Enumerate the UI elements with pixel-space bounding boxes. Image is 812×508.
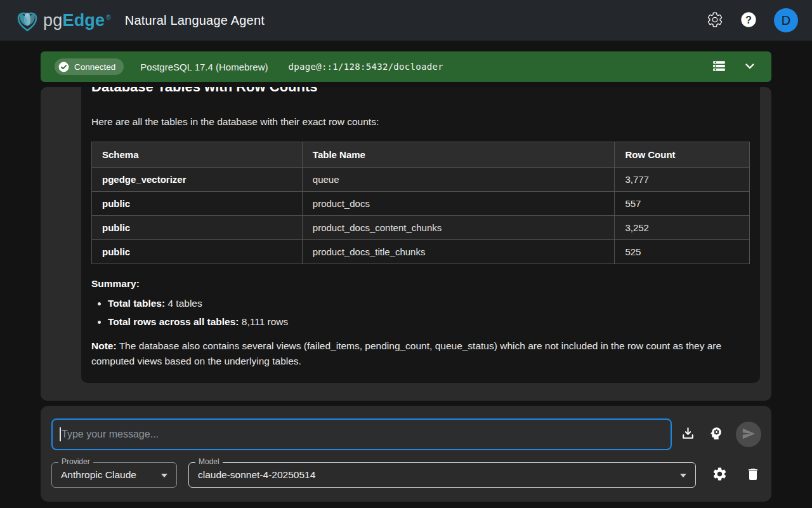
- schema-cell: public: [92, 192, 303, 216]
- row-count-cell: 557: [615, 192, 750, 216]
- gear-icon: [712, 466, 728, 484]
- table-name-cell: product_docs_content_chunks: [302, 216, 615, 240]
- app-header: pgEdge® Natural Language Agent ? D: [0, 0, 812, 41]
- schema-cell: public: [92, 216, 303, 240]
- provider-select-label: Provider: [58, 457, 93, 466]
- summary-list: Total tables: 4 tables Total rows across…: [96, 297, 750, 328]
- help-button[interactable]: ?: [740, 11, 757, 30]
- table-header-row: Schema Table Name Row Count: [92, 142, 750, 168]
- model-select[interactable]: Model claude-sonnet-4-20250514: [188, 462, 696, 488]
- help-icon: ?: [740, 11, 757, 30]
- row-count-cell: 3,777: [615, 168, 750, 192]
- check-circle-icon: [58, 61, 70, 73]
- row-count-cell: 525: [615, 240, 750, 264]
- db-tables-table: Schema Table Name Row Count pgedge_vecto…: [91, 142, 750, 264]
- schema-cell: public: [92, 240, 303, 264]
- row-count-cell: 3,252: [615, 216, 750, 240]
- connection-string: dpage@::1/128:5432/docloader: [289, 62, 443, 72]
- column-header-schema: Schema: [92, 142, 303, 168]
- insights-button[interactable]: [708, 425, 724, 443]
- page-title: Natural Language Agent: [125, 13, 265, 28]
- message-intro: Here are all the tables in the database …: [91, 115, 750, 129]
- assistant-message: Database Tables with Row Counts Here are…: [81, 87, 760, 383]
- clear-chat-button[interactable]: [745, 467, 761, 484]
- server-version-label: PostgreSQL 17.4 (Homebrew): [140, 62, 268, 72]
- message-heading: Database Tables with Row Counts: [91, 87, 750, 96]
- table-row: public product_docs 557: [92, 192, 750, 216]
- pgedge-logo-text: pgEdge®: [43, 11, 111, 30]
- send-icon: [742, 427, 756, 443]
- table-row: public product_docs_content_chunks 3,252: [92, 216, 750, 240]
- provider-select[interactable]: Provider Anthropic Claude: [51, 462, 177, 488]
- settings-button[interactable]: [707, 11, 723, 30]
- dropdown-arrow-icon: [161, 474, 167, 478]
- download-button[interactable]: [680, 425, 696, 443]
- list-item: Total rows across all tables: 8,111 rows: [108, 316, 750, 328]
- table-name-cell: queue: [302, 168, 615, 192]
- server-list-icon: [711, 58, 727, 76]
- connection-banner[interactable]: Connected PostgreSQL 17.4 (Homebrew) dpa…: [41, 51, 771, 82]
- table-row: pgedge_vectorizer queue 3,777: [92, 168, 750, 192]
- user-avatar[interactable]: D: [774, 8, 798, 32]
- message-note: Note: The database also contains several…: [91, 338, 750, 369]
- chevron-down-icon: [742, 58, 757, 76]
- table-row: public product_docs_title_chunks 525: [92, 240, 750, 264]
- svg-text:?: ?: [745, 14, 752, 25]
- table-name-cell: product_docs: [302, 192, 615, 216]
- summary-heading: Summary:: [91, 278, 750, 290]
- model-settings-button[interactable]: [712, 466, 728, 484]
- chat-scroll-area[interactable]: Database Tables with Row Counts Here are…: [41, 87, 771, 401]
- download-icon: [680, 425, 696, 443]
- settings-icon: [707, 11, 723, 30]
- pgedge-logo: pgEdge®: [14, 8, 111, 33]
- composer-panel: Provider Anthropic Claude Model claude-s…: [41, 406, 771, 502]
- connection-status-label: Connected: [74, 62, 115, 72]
- connection-status-badge: Connected: [55, 58, 124, 75]
- schema-cell: pgedge_vectorizer: [92, 168, 303, 192]
- provider-select-value: Anthropic Claude: [52, 469, 136, 481]
- dropdown-arrow-icon: [680, 474, 686, 478]
- column-header-row-count: Row Count: [615, 142, 750, 168]
- pgedge-logo-icon: [14, 8, 41, 33]
- list-item: Total tables: 4 tables: [108, 297, 750, 310]
- text-caret: [60, 427, 61, 441]
- trash-icon: [745, 467, 761, 484]
- message-input-wrap: [51, 418, 672, 450]
- send-button[interactable]: [736, 422, 761, 447]
- column-header-table-name: Table Name: [302, 142, 615, 168]
- model-select-value: claude-sonnet-4-20250514: [189, 469, 315, 481]
- banner-expand-button[interactable]: [742, 58, 757, 76]
- model-select-label: Model: [195, 457, 223, 466]
- table-name-cell: product_docs_title_chunks: [302, 240, 615, 264]
- message-input[interactable]: [51, 418, 672, 450]
- psychology-icon: [708, 425, 724, 443]
- connection-details-button[interactable]: [711, 58, 727, 76]
